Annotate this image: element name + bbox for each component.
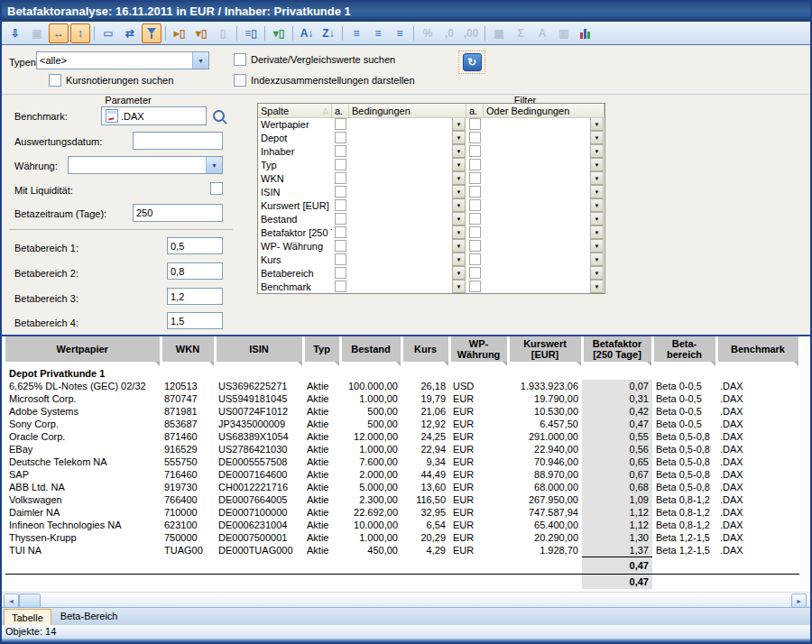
- table-row[interactable]: Volkswagen766400DE0007664005Aktie2.300,0…: [5, 493, 799, 506]
- filter-or-and-checkbox[interactable]: [466, 225, 484, 239]
- column-values-icon[interactable]: ≡▯: [241, 23, 261, 43]
- filter-or-condition-select[interactable]: ▼: [484, 131, 604, 144]
- filter-condition-select[interactable]: ▼: [349, 144, 466, 158]
- chevron-down-icon[interactable]: ▼: [590, 171, 604, 185]
- chevron-down-icon[interactable]: ▼: [590, 158, 604, 171]
- filter-and-checkbox[interactable]: [332, 239, 349, 253]
- checkbox-box[interactable]: [469, 145, 481, 157]
- table-row[interactable]: ABB Ltd. NA919730CH0012221716Aktie5.000,…: [5, 481, 799, 493]
- chevron-down-icon[interactable]: ▼: [590, 212, 604, 225]
- filter-or-condition-select[interactable]: ▼: [484, 171, 604, 185]
- chevron-down-icon[interactable]: ▼: [590, 198, 604, 212]
- fit-width-icon[interactable]: ↔: [49, 23, 69, 43]
- filter-or-and-checkbox[interactable]: [466, 117, 484, 131]
- checkbox-box[interactable]: [335, 118, 346, 130]
- column-marker-icon[interactable]: ▾▯: [269, 23, 289, 43]
- column-header-9[interactable]: Beta- bereich: [652, 336, 716, 362]
- filter-or-and-checkbox[interactable]: [466, 212, 484, 225]
- checkbox-box[interactable]: [335, 132, 346, 143]
- kursnotierungen-checkbox[interactable]: Kursnotierungen suchen: [49, 74, 173, 87]
- chevron-down-icon[interactable]: ▼: [452, 280, 466, 293]
- checkbox-box[interactable]: [469, 267, 481, 279]
- chevron-down-icon[interactable]: ▼: [590, 117, 604, 131]
- betabereich2-field[interactable]: 0,8: [167, 262, 223, 280]
- chevron-down-icon[interactable]: ▼: [590, 131, 604, 144]
- filter-condition-select[interactable]: ▼: [349, 131, 466, 144]
- checkbox-box[interactable]: [469, 281, 481, 292]
- filter-or-and-checkbox[interactable]: [466, 185, 484, 198]
- column-header-8[interactable]: Betafaktor [250 Tage]: [582, 336, 652, 362]
- filter-and-checkbox[interactable]: [332, 117, 349, 131]
- filter-condition-select[interactable]: ▼: [349, 117, 466, 131]
- export-icon[interactable]: ⇩: [5, 23, 25, 43]
- checkbox-box[interactable]: [234, 53, 246, 66]
- filter-and-checkbox[interactable]: [332, 212, 349, 225]
- filter-condition-select[interactable]: ▼: [349, 212, 466, 225]
- filter-and-checkbox[interactable]: [332, 171, 349, 185]
- chevron-down-icon[interactable]: ▼: [452, 239, 466, 253]
- table-row[interactable]: Deutsche Telekom NA555750DE0005557508Akt…: [5, 455, 799, 468]
- filter-or-condition-select[interactable]: ▼: [484, 185, 604, 198]
- table-row[interactable]: Thyssen-Krupp750000DE0007500001Aktie1.00…: [5, 531, 799, 544]
- filter-or-condition-select[interactable]: ▼: [484, 266, 604, 280]
- column-header-4[interactable]: Bestand: [340, 336, 401, 362]
- align-right-icon[interactable]: ≡: [390, 23, 410, 43]
- filter-condition-select[interactable]: ▼: [349, 185, 466, 198]
- checkbox-box[interactable]: [335, 145, 346, 157]
- checkbox-box[interactable]: [469, 132, 481, 143]
- filter-condition-select[interactable]: ▼: [349, 158, 466, 171]
- filter-and-checkbox[interactable]: [332, 253, 349, 266]
- checkbox-box[interactable]: [469, 186, 481, 198]
- chevron-down-icon[interactable]: ▼: [452, 185, 466, 198]
- filter-and-checkbox[interactable]: [332, 266, 349, 280]
- filter-header-4[interactable]: Oder Bedingungen: [484, 104, 604, 118]
- chevron-down-icon[interactable]: ▼: [590, 266, 604, 280]
- horizontal-scrollbar[interactable]: ◄ ►: [2, 592, 810, 607]
- chevron-down-icon[interactable]: ▼: [452, 212, 466, 225]
- filter-or-and-checkbox[interactable]: [466, 158, 484, 171]
- derivate-checkbox[interactable]: Derivate/Vergleichswerte suchen: [234, 53, 395, 66]
- new-frame-icon[interactable]: ▭: [98, 23, 118, 43]
- chevron-down-icon[interactable]: ▼: [452, 158, 466, 171]
- chevron-down-icon[interactable]: ▼: [192, 52, 208, 69]
- sort-ascending-icon[interactable]: A↓: [297, 23, 317, 43]
- sort-descending-icon[interactable]: Z↓: [318, 23, 338, 43]
- chevron-down-icon[interactable]: ▼: [452, 144, 466, 158]
- chevron-down-icon[interactable]: ▼: [452, 198, 466, 212]
- checkbox-box[interactable]: [469, 253, 481, 265]
- tab-beta-bereich[interactable]: Beta-Bereich: [53, 608, 125, 625]
- filter-condition-select[interactable]: ▼: [349, 239, 466, 253]
- filter-and-checkbox[interactable]: [332, 158, 349, 171]
- filter-or-and-checkbox[interactable]: [466, 239, 484, 253]
- table-row[interactable]: Daimler NA710000DE0007100000Aktie22.692,…: [5, 506, 799, 519]
- filter-or-condition-select[interactable]: ▼: [484, 144, 604, 158]
- filter-and-checkbox[interactable]: [332, 144, 349, 158]
- filter-or-and-checkbox[interactable]: [466, 266, 484, 280]
- column-header-10[interactable]: Benchmark: [716, 336, 799, 362]
- chart-icon[interactable]: [576, 23, 595, 43]
- auswertungsdatum-field[interactable]: [133, 132, 223, 150]
- align-center-icon[interactable]: ≡: [368, 23, 388, 43]
- checkbox-box[interactable]: [469, 240, 481, 252]
- betabereich3-field[interactable]: 1,2: [167, 288, 223, 305]
- chevron-down-icon[interactable]: ▼: [590, 280, 604, 293]
- chevron-down-icon[interactable]: ▼: [452, 253, 466, 266]
- table-row[interactable]: EBay916529US2786421030Aktie1.000,0022,94…: [5, 443, 799, 455]
- chevron-down-icon[interactable]: ▼: [590, 239, 604, 253]
- filter-or-condition-select[interactable]: ▼: [484, 239, 604, 253]
- chevron-down-icon[interactable]: ▼: [206, 157, 222, 173]
- scroll-right-icon[interactable]: ►: [791, 593, 807, 608]
- waehrung-select[interactable]: ▼: [68, 156, 223, 174]
- table-row[interactable]: Sony Corp.853687JP3435000009Aktie500,001…: [5, 418, 799, 430]
- filter-condition-select[interactable]: ▼: [349, 171, 466, 185]
- checkbox-box[interactable]: [335, 172, 346, 184]
- filter-or-condition-select[interactable]: ▼: [484, 225, 604, 239]
- window-titlebar[interactable]: Betafaktoranalyse: 16.11.2011 in EUR / I…: [2, 2, 810, 22]
- checkbox-box[interactable]: [335, 226, 346, 238]
- swap-icon[interactable]: ⇄: [120, 23, 140, 43]
- fit-height-icon[interactable]: ↕: [70, 23, 90, 43]
- column-header-0[interactable]: Wertpapier: [5, 336, 161, 362]
- liquiditaet-checkbox[interactable]: [210, 182, 223, 195]
- filter-condition-select[interactable]: ▼: [349, 266, 466, 280]
- filter-or-condition-select[interactable]: ▼: [484, 212, 604, 225]
